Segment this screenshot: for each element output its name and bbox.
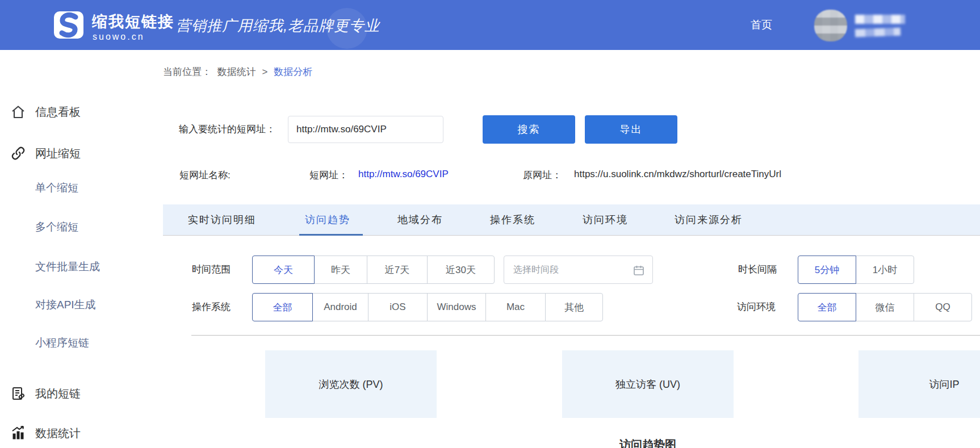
sidebar-item-label: 网址缩短	[35, 145, 81, 162]
sidebar-item-file-batch[interactable]: 文件批量生成	[0, 258, 153, 275]
user-subtext-blurred	[855, 28, 901, 37]
sidebar-item-label: 文件批量生成	[35, 258, 100, 275]
tab-os[interactable]: 操作系统	[490, 204, 535, 236]
tab-source[interactable]: 访问来源分析	[675, 204, 743, 236]
logo-domain: suowo.cn	[93, 32, 145, 42]
os-option-android[interactable]: Android	[312, 293, 368, 321]
top-header: 缩我短链接 suowo.cn · 营销推广用缩我,老品牌更专业 首页	[0, 0, 980, 50]
user-avatar[interactable]	[814, 10, 847, 41]
sidebar-item-label: 我的短链	[35, 385, 81, 402]
sidebar-item-miniprogram[interactable]: 小程序短链	[0, 334, 153, 351]
analytics-tabbar: 实时访问明细 访问趋势 地域分布 操作系统 访问环境 访问来源分析	[163, 204, 980, 236]
os-group: 全部 Android iOS Windows Mac 其他	[252, 293, 603, 321]
link-icon	[10, 145, 26, 161]
shorturl-name-label: 短网址名称:	[179, 169, 231, 182]
export-button[interactable]: 导出	[585, 115, 677, 144]
time-option-yesterday[interactable]: 昨天	[314, 256, 367, 284]
sidebar-item-label: 多个缩短	[35, 219, 78, 236]
search-button[interactable]: 搜索	[483, 115, 575, 144]
page: 缩我短链接 suowo.cn · 营销推广用缩我,老品牌更专业 首页 当前位置：…	[0, 0, 980, 448]
env-option-qq[interactable]: QQ	[914, 293, 972, 321]
os-option-windows[interactable]: Windows	[427, 293, 486, 321]
date-range-placeholder: 选择时间段	[513, 256, 559, 283]
logo-s-glyph	[54, 11, 83, 39]
time-range-label: 时间范围	[192, 256, 231, 284]
breadcrumb-separator: >	[262, 66, 267, 77]
sidebar-item-single-shorten[interactable]: 单个缩短	[0, 179, 153, 196]
stat-card-label: 访问IP	[929, 378, 959, 391]
stat-card-label: 独立访客 (UV)	[615, 378, 680, 391]
time-option-7days[interactable]: 近7天	[367, 256, 428, 284]
tab-realtime-detail[interactable]: 实时访问明细	[188, 204, 256, 236]
tab-visit-trend[interactable]: 访问趋势	[305, 204, 350, 236]
env-group: 全部 微信 QQ	[798, 293, 972, 321]
content-divider	[191, 335, 980, 336]
stat-card-pv: 浏览次数 (PV)	[265, 350, 437, 418]
tab-env[interactable]: 访问环境	[583, 204, 628, 236]
originurl-label: 原网址：	[523, 169, 562, 182]
document-edit-icon	[10, 386, 26, 401]
sidebar-item-api[interactable]: 对接API生成	[0, 296, 153, 313]
interval-label: 时长间隔	[738, 256, 777, 284]
interval-option-1hour[interactable]: 1小时	[856, 256, 914, 284]
interval-group: 5分钟 1小时	[798, 256, 914, 284]
active-tab-underline	[299, 234, 363, 236]
os-option-all[interactable]: 全部	[252, 293, 313, 321]
time-range-group: 今天 昨天 近7天 近30天	[252, 256, 495, 284]
os-filter-label: 操作系统	[192, 293, 231, 321]
header-tagline: · 营销推广用缩我,老品牌更专业	[166, 16, 380, 36]
time-option-30days[interactable]: 近30天	[427, 256, 495, 284]
sidebar-item-my-links[interactable]: 我的短链	[0, 385, 153, 402]
sidebar-item-multi-shorten[interactable]: 多个缩短	[0, 219, 153, 236]
breadcrumb: 当前位置： 数据统计 > 数据分析	[163, 65, 316, 78]
breadcrumb-prefix: 当前位置：	[163, 66, 211, 77]
tab-region[interactable]: 地域分布	[397, 204, 443, 236]
sidebar-item-statistics[interactable]: 数据统计	[0, 425, 153, 442]
os-option-other[interactable]: 其他	[545, 293, 603, 321]
date-range-picker[interactable]: 选择时间段	[504, 256, 653, 284]
shorturl-value-link[interactable]: http://mtw.so/69CVIP	[358, 169, 449, 180]
trend-chart-title: 访问趋势图	[591, 437, 705, 448]
originurl-value: https://u.suolink.cn/mkdwz/shorturl/crea…	[574, 169, 781, 180]
env-filter-label: 访问环境	[737, 293, 776, 321]
sidebar-item-label: 小程序短链	[35, 334, 89, 351]
stat-card-ip: 访问IP	[858, 350, 980, 418]
logo-title[interactable]: 缩我短链接	[92, 11, 174, 32]
breadcrumb-current[interactable]: 数据分析	[274, 66, 312, 77]
time-option-today[interactable]: 今天	[252, 256, 315, 284]
breadcrumb-section: 数据统计	[217, 66, 256, 77]
home-icon	[10, 104, 26, 120]
interval-option-5min[interactable]: 5分钟	[798, 256, 856, 284]
stat-card-label: 浏览次数 (PV)	[319, 378, 383, 391]
sidebar-item-label: 信息看板	[35, 103, 81, 120]
nav-home-link[interactable]: 首页	[751, 0, 772, 50]
username-blurred[interactable]	[855, 15, 905, 24]
stat-card-uv: 独立访客 (UV)	[562, 350, 734, 418]
sidebar-item-shorten[interactable]: 网址缩短	[0, 145, 153, 162]
search-url-label: 输入要统计的短网址：	[179, 115, 275, 144]
sidebar-item-label: 对接API生成	[35, 296, 96, 313]
sidebar-item-dashboard[interactable]: 信息看板	[0, 103, 153, 120]
sidebar-item-label: 数据统计	[35, 425, 81, 442]
env-option-all[interactable]: 全部	[798, 293, 856, 321]
calendar-icon	[633, 265, 644, 276]
bar-chart-icon	[10, 425, 26, 441]
sidebar-item-label: 单个缩短	[35, 179, 78, 196]
os-option-mac[interactable]: Mac	[485, 293, 546, 321]
os-option-ios[interactable]: iOS	[368, 293, 428, 321]
shorturl-label: 短网址：	[309, 169, 348, 182]
env-option-wechat[interactable]: 微信	[856, 293, 914, 321]
logo-icon[interactable]	[54, 11, 83, 39]
search-url-input[interactable]	[288, 116, 443, 143]
